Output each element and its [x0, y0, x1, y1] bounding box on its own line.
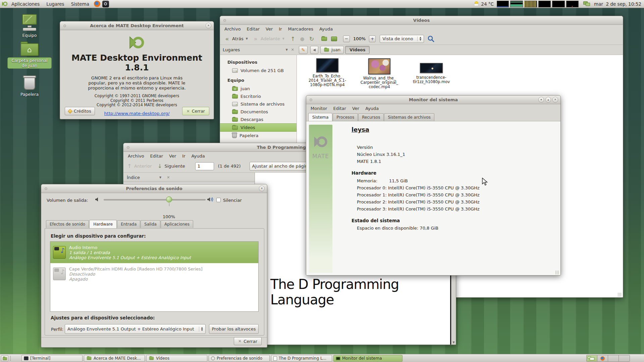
- menu-ir[interactable]: Ir: [276, 25, 285, 33]
- desktop-icon-trash[interactable]: Papelera: [8, 75, 51, 97]
- sidebar-dropdown-icon[interactable]: ▼: [159, 176, 161, 179]
- home-toolbar-icon[interactable]: [321, 37, 327, 41]
- titlebar[interactable]: Preferencias de sonido ✕: [41, 184, 267, 193]
- clock[interactable]: mar 2 de sep, 10:52: [594, 1, 641, 7]
- sidebar-title[interactable]: Índice: [127, 175, 140, 180]
- device-row-selected[interactable]: ♪ Audio Interno 1 salida / 1 entrada Aná…: [50, 242, 258, 263]
- close-icon[interactable]: ✕: [259, 186, 265, 191]
- taskbar-button-videos[interactable]: Vídeos: [146, 355, 207, 362]
- zoom-in-button[interactable]: +: [369, 36, 376, 42]
- menu-ir[interactable]: Ir: [179, 153, 188, 160]
- computer-toolbar-icon[interactable]: [331, 37, 337, 41]
- view-mode-select[interactable]: Vista de icono ▲▼: [380, 35, 424, 43]
- close-button[interactable]: ✕ Cerrar: [182, 107, 209, 115]
- search-icon[interactable]: [427, 35, 435, 43]
- menu-ayuda[interactable]: Ayuda: [362, 105, 382, 112]
- sidebar-item-filesystem[interactable]: Sistema de archivos: [220, 100, 297, 108]
- menu-applications[interactable]: Aplicaciones: [8, 0, 43, 8]
- tab-sound-effects[interactable]: Efectos de sonido: [46, 220, 89, 228]
- menu-ayuda[interactable]: Ayuda: [189, 153, 208, 160]
- menu-system[interactable]: Sistema: [68, 0, 93, 8]
- window-menu-icon[interactable]: [45, 187, 47, 190]
- tab-applications[interactable]: Aplicaciones: [161, 220, 193, 228]
- tab-output[interactable]: Salida: [141, 220, 160, 228]
- up-icon[interactable]: ↑: [288, 36, 297, 42]
- tab-hardware[interactable]: Hardware: [89, 220, 117, 228]
- monitor-applet-2[interactable]: [552, 1, 565, 7]
- menu-ver[interactable]: Ver: [263, 25, 276, 33]
- volume-slider[interactable]: [104, 199, 206, 200]
- menu-editar[interactable]: Editar: [330, 105, 349, 112]
- firefox-launcher-icon[interactable]: [94, 1, 100, 7]
- show-desktop-button[interactable]: [1, 355, 8, 361]
- page-number-input[interactable]: 1: [195, 162, 214, 170]
- sidebar-item-home[interactable]: ⌂juan: [220, 85, 297, 93]
- scroll-down-icon[interactable]: ▼: [451, 341, 456, 344]
- titlebar[interactable]: Acerca de MATE Desktop Environment ✕: [60, 21, 214, 30]
- network-graph-applet[interactable]: [510, 1, 523, 7]
- places-dropdown-icon[interactable]: ▼: [286, 48, 288, 51]
- window-menu-icon[interactable]: [127, 146, 129, 149]
- monitor-applet-1[interactable]: [538, 1, 551, 7]
- titlebar[interactable]: Monitor del sistema ▾ ▴ ✕: [306, 96, 560, 104]
- mate-menu-icon[interactable]: [1, 1, 8, 7]
- cpu-frequency-applet[interactable]: [524, 1, 537, 7]
- menu-monitor[interactable]: Monitor: [308, 105, 330, 112]
- window-menu-icon[interactable]: [223, 19, 226, 22]
- file-item[interactable]: Walrus_and_the_ Carpenter_original_ code…: [354, 58, 405, 89]
- sidebar-close-icon[interactable]: ✕: [167, 175, 170, 180]
- menu-editar[interactable]: Editar: [147, 153, 166, 160]
- tab-system[interactable]: Sistema: [308, 113, 332, 121]
- sidebar-item-videos[interactable]: Vídeos: [220, 123, 297, 132]
- next-page-button[interactable]: Siguiente: [164, 164, 185, 169]
- taskbar-button-atril[interactable]: The D Programming L...: [271, 355, 332, 362]
- taskbar-button-sound[interactable]: Preferencias de sonido: [209, 355, 270, 362]
- minimize-icon[interactable]: ▾: [538, 97, 544, 103]
- back-icon[interactable]: «: [223, 35, 231, 42]
- weather-icon[interactable]: [474, 1, 480, 7]
- resize-grip[interactable]: [618, 293, 622, 297]
- resize-grip[interactable]: [555, 270, 559, 275]
- maximize-icon[interactable]: ▴: [545, 97, 551, 103]
- next-page-icon[interactable]: ↓: [156, 163, 163, 169]
- desktop-icon-computer[interactable]: Equipo: [8, 14, 51, 38]
- desktop-icon-home-folder[interactable]: ⌂ Carpeta personal de juan: [8, 42, 51, 68]
- window-menu-icon[interactable]: [63, 24, 66, 27]
- sidebar-item-documents[interactable]: Documentos: [220, 108, 297, 116]
- device-row-disabled[interactable]: ♪ Cape Verde/Pitcairn HDMI Audio [Radeon…: [50, 263, 258, 285]
- workspace-2[interactable]: [597, 355, 608, 361]
- sidebar-item-desktop[interactable]: Escritorio: [220, 93, 297, 100]
- sidebar-item-downloads[interactable]: Descargas: [220, 116, 297, 123]
- menu-ver[interactable]: Ver: [166, 153, 179, 160]
- menu-archivo[interactable]: Archivo: [125, 153, 147, 160]
- mute-checkbox[interactable]: [216, 198, 221, 202]
- sidebar-item-trash[interactable]: Papelera: [220, 132, 297, 139]
- menu-marcadores[interactable]: Marcadores: [285, 25, 316, 33]
- file-item[interactable]: transcendence- tlr1zz_h1080p.mov: [406, 58, 457, 84]
- reload-icon[interactable]: ↻: [307, 36, 316, 42]
- zoom-out-button[interactable]: −: [343, 36, 350, 42]
- monitor-applet-3[interactable]: [566, 1, 579, 7]
- tab-resources[interactable]: Recursos: [358, 113, 384, 121]
- path-button-home[interactable]: juan: [320, 46, 344, 54]
- close-icon[interactable]: ✕: [552, 97, 558, 103]
- menu-archivo[interactable]: Archivo: [221, 25, 244, 33]
- test-speakers-button[interactable]: Probar los altavoces: [209, 324, 259, 334]
- workspace-3[interactable]: [608, 355, 619, 361]
- window-menu-icon[interactable]: [310, 99, 312, 101]
- weather-temperature[interactable]: 24 °C: [481, 1, 494, 7]
- tab-filesystems[interactable]: Sistemas de archivos: [384, 113, 434, 121]
- close-button[interactable]: ✕ Cerrar: [234, 337, 262, 345]
- credits-button[interactable]: Créditos: [65, 107, 95, 115]
- back-button[interactable]: Atrás: [232, 36, 244, 41]
- places-close-icon[interactable]: ✕: [291, 48, 294, 52]
- sidebar-item-volume[interactable]: Volumen de 251 GB: [220, 67, 297, 74]
- titlebar[interactable]: Vídeos: [220, 16, 623, 25]
- back-dropdown-icon[interactable]: ▼: [244, 37, 251, 40]
- close-icon[interactable]: ✕: [206, 23, 211, 28]
- workspace-switcher[interactable]: [586, 355, 630, 362]
- menu-editar[interactable]: Editar: [244, 25, 263, 33]
- workspace-4[interactable]: [619, 355, 630, 361]
- profile-select[interactable]: Análogo Envolvente 5.1 Output + Estéreo …: [65, 324, 206, 334]
- cpu-load-applet[interactable]: [497, 1, 509, 7]
